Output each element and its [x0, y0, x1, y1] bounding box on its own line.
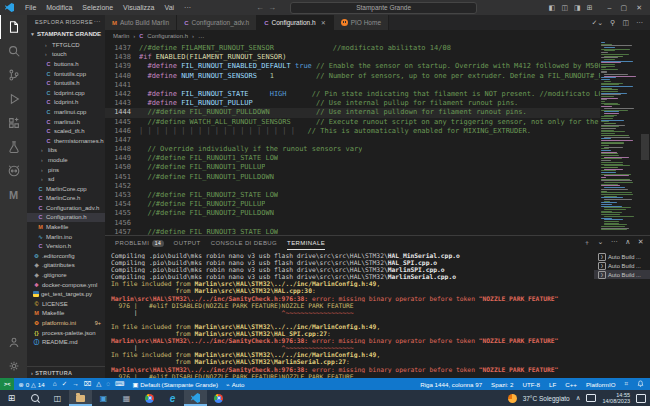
account-icon[interactable] — [0, 330, 27, 354]
run-build-icon[interactable]: ✓⌄ — [592, 19, 604, 27]
notification-center-icon[interactable] — [636, 394, 646, 403]
tree-item-touch[interactable]: ›touch — [27, 50, 105, 60]
weather-icon[interactable] — [508, 394, 517, 403]
browser-icon[interactable] — [207, 390, 230, 406]
maximize-panel-icon[interactable]: ∧ — [625, 238, 631, 248]
tree-item-lcdprint.h[interactable]: Clcdprint.h — [27, 98, 105, 108]
extensions-icon[interactable] — [0, 111, 27, 135]
pio-test-icon[interactable]: △ — [96, 380, 101, 388]
layout-toggle-icons[interactable]: ◧◫◨⊞ — [549, 4, 599, 12]
serial-port-selector[interactable]: ⌁ Auto — [222, 381, 248, 388]
pio-terminal-icon[interactable]: ⌨ — [115, 380, 124, 388]
history-nav[interactable]: ←→ — [256, 3, 280, 12]
menu-[interactable]: ··· — [179, 4, 196, 11]
layout-icon[interactable]: ⌗ — [625, 380, 628, 388]
menu-visualizza[interactable]: Visualizza — [118, 4, 159, 11]
panel-tab-output[interactable]: OUTPUT — [174, 236, 201, 250]
notifications-bell-icon[interactable] — [637, 380, 644, 389]
more-actions-icon[interactable]: ⋯ — [611, 238, 618, 248]
panel-tab-terminale[interactable]: TERMINALE — [287, 236, 325, 250]
split-editor-icon[interactable]: ◫ — [622, 19, 629, 27]
tree-item-module[interactable]: ›module — [27, 155, 105, 165]
terminal-instance[interactable]: ❯Auto Build ... — [594, 270, 650, 279]
tree-item-.gitignore[interactable]: ◈.gitignore — [27, 270, 105, 280]
panel-tab-problemi[interactable]: PROBLEMI14 — [115, 236, 164, 250]
breadcrumb[interactable]: Marlin › C Configuration.h › ⋯ — [105, 30, 650, 42]
minimap[interactable] — [600, 42, 638, 235]
start-button[interactable]: ⊞ — [0, 390, 23, 406]
tree-item-fontutils.cpp[interactable]: Cfontutils.cpp — [27, 69, 105, 79]
taskbar-search-icon[interactable] — [23, 390, 46, 406]
auto-build-marlin-icon[interactable]: M — [0, 183, 27, 207]
new-terminal-icon[interactable]: ＋ — [583, 238, 590, 248]
tree-item-lcdprint.cpp[interactable]: Clcdprint.cpp — [27, 88, 105, 98]
command-center-search[interactable]: Stampante Grande — [290, 2, 477, 14]
code-editor[interactable]: 1437//#define FILAMENT_RUNOUT_SENSOR //m… — [105, 42, 650, 235]
editor-scrollbar[interactable] — [640, 42, 650, 235]
pio-upload-icon[interactable]: → — [72, 380, 79, 388]
cursor-position[interactable]: Riga 1444, colonna 97 — [420, 381, 482, 388]
tree-item-processpalette.json[interactable]: {}process-palette.json — [27, 328, 105, 338]
tab-auto-build-marlin[interactable]: MAuto Build Marlin — [105, 15, 177, 30]
pio-clean-icon[interactable]: ⌧ — [84, 380, 92, 388]
maximize-button[interactable]: ▢ — [621, 4, 628, 12]
tree-item-.gitattributes[interactable]: ◈.gitattributes — [27, 261, 105, 271]
app-icon-photos[interactable]: ▣ — [92, 390, 115, 406]
explorer-more-actions-icon[interactable]: ⋯ — [94, 18, 101, 26]
layout-toggle-icon[interactable]: ⊞ — [587, 4, 593, 11]
tree-item-dockercompose.yml[interactable]: ❖docker-compose.yml — [27, 280, 105, 290]
tree-item-MarlinCore.h[interactable]: CMarlinCore.h — [27, 194, 105, 204]
pio-home-icon[interactable]: ⌂ — [53, 380, 57, 388]
run-debug-icon[interactable] — [0, 87, 27, 111]
menu-selezione[interactable]: Selezione — [77, 4, 118, 11]
tree-item-Configuration.h[interactable]: CConfiguration.h — [27, 213, 105, 223]
tree-item-fontutils.h[interactable]: Cfontutils.h — [27, 78, 105, 88]
tab-configuration-h[interactable]: CConfiguration.h✕ — [257, 15, 333, 30]
terminal-output[interactable]: Compiling .pio\build\mks_robin_nano_v3_u… — [105, 250, 594, 378]
tree-item-Makefile[interactable]: MMakefile — [27, 309, 105, 319]
app-icon-calculator[interactable]: ▦ — [115, 390, 138, 406]
eol-status[interactable]: LF — [549, 381, 556, 388]
platformio-icon[interactable] — [0, 159, 27, 183]
chrome-icon[interactable] — [138, 390, 161, 406]
pio-env-switcher[interactable]: ▣ Default (Stampante Grande) — [128, 381, 222, 388]
edge-icon[interactable]: e — [161, 390, 184, 406]
tree-item-TFTGLCD[interactable]: ›TFTGLCD — [27, 40, 105, 50]
more-actions-icon[interactable]: ⋯ — [636, 19, 643, 27]
testing-flask-icon[interactable] — [0, 135, 27, 159]
language-mode[interactable]: C++ — [565, 381, 577, 388]
tree-item-Version.h[interactable]: CVersion.h — [27, 241, 105, 251]
tree-item-marlinui.cpp[interactable]: Cmarlinui.cpp — [27, 107, 105, 117]
tree-item-platformio.ini[interactable]: ⚙platformio.ini9+ — [27, 318, 105, 328]
encoding-status[interactable]: UTF-8 — [522, 381, 540, 388]
pio-serial-monitor-icon[interactable]: ◌ — [106, 380, 110, 388]
workspace-root-folder[interactable]: ▼ STAMPANTE GRANDE — [27, 28, 105, 40]
run-debug-icon[interactable]: ⚲ — [610, 19, 615, 27]
tree-item-libs[interactable]: ›libs — [27, 146, 105, 156]
clock[interactable]: 14:5514/08/2023 — [602, 392, 630, 404]
outline-section[interactable]: › STRUTTURA — [27, 366, 105, 378]
tab-pio-home[interactable]: PIO Home — [334, 15, 389, 30]
terminal-instance[interactable]: ❯Auto Build ... — [594, 252, 650, 261]
terminal-dropdown-icon[interactable]: ⌄ — [598, 238, 604, 248]
close-tab-icon[interactable]: ✕ — [321, 19, 326, 26]
tree-item-thermistornames.h[interactable]: Cthermistornames.h — [27, 136, 105, 146]
menu-modifica[interactable]: Modifica — [41, 4, 77, 11]
panel-tab-console-di-debug[interactable]: CONSOLE DI DEBUG — [211, 236, 277, 250]
pio-build-icon[interactable]: ✓ — [62, 380, 67, 388]
minimize-button[interactable]: – — [608, 4, 612, 11]
menu-vai[interactable]: Vai — [160, 4, 180, 11]
tree-item-MarlinCore.cpp[interactable]: CMarlinCore.cpp — [27, 184, 105, 194]
explorer-icon[interactable] — [0, 15, 28, 39]
platformio-status[interactable]: PlatformIO — [586, 381, 616, 388]
file-explorer-icon[interactable] — [69, 390, 92, 406]
layout-toggle-icon[interactable]: ◫ — [561, 4, 568, 11]
tree-item-Makefile[interactable]: MMakefile — [27, 222, 105, 232]
tree-item-.editorconfig[interactable]: ⚙.editorconfig — [27, 251, 105, 261]
tree-item-scaledtft.h[interactable]: Cscaled_tft.h — [27, 126, 105, 136]
terminal-instance[interactable]: ❯Auto Build ... — [594, 261, 650, 270]
tray-chevron-icon[interactable]: ∧ — [576, 394, 581, 402]
tab-configuration-adv-h[interactable]: CConfiguration_adv.h — [177, 15, 257, 30]
close-panel-icon[interactable]: ✕ — [638, 238, 644, 248]
tree-item-README.md[interactable]: ⓘREADME.md — [27, 337, 105, 347]
